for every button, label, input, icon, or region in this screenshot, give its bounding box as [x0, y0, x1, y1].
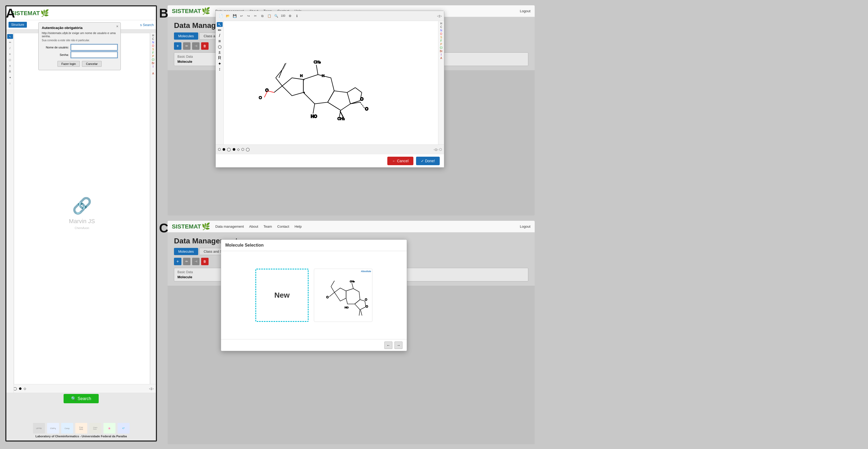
mv-paste-b[interactable]: 📋 [266, 13, 272, 19]
logo-leaf-a: 🌿 [40, 9, 49, 17]
nav-data-mgmt-c[interactable]: Data management [215, 224, 244, 228]
panel-b: SISTEMAT🌿 Data management About Team Con… [167, 5, 535, 216]
mv-draw-b[interactable]: ✏ [217, 28, 223, 32]
search-link-a[interactable]: s Search [140, 23, 154, 27]
elem-br-a[interactable]: Br [152, 62, 155, 65]
auth-close-button[interactable]: × [116, 24, 118, 28]
password-label: Senha: [42, 53, 71, 56]
elem-n-a[interactable]: N [152, 41, 154, 44]
eraser-tool-a[interactable]: ✦ [7, 75, 13, 80]
mv-line-b[interactable]: / [217, 33, 223, 38]
logout-c[interactable]: Logout [520, 224, 530, 228]
structure-button[interactable]: Structure [8, 22, 27, 28]
mv-zoom-num-b: 100 [280, 13, 286, 19]
logout-b[interactable]: Logout [520, 9, 530, 13]
mv-save-b[interactable]: 💾 [232, 13, 238, 19]
elem-i-b[interactable]: I [441, 53, 441, 56]
draw-tool-a[interactable]: ✏ [7, 40, 13, 45]
line-tool-a[interactable]: / [7, 46, 13, 51]
navbar-a: SISTEMAT🌿 [6, 6, 156, 20]
elem-o-b[interactable]: O [440, 32, 442, 35]
elem-p-b[interactable]: P [440, 43, 442, 46]
mol-existing-box[interactable]: Absolute O HO [314, 269, 372, 322]
elem-a-a[interactable]: A [152, 72, 154, 75]
elem-cl-b[interactable]: Cl [440, 46, 442, 49]
elem-h-b[interactable]: H [440, 22, 442, 25]
mv-undo-b[interactable]: ↩ [239, 13, 245, 19]
mv-zoom-b[interactable]: 🔍 [273, 13, 279, 19]
elem-h-a[interactable]: H [152, 34, 154, 37]
tab-molecules-c[interactable]: Molecules [174, 248, 198, 255]
mv-bond-b[interactable]: ≡ [217, 39, 223, 44]
mv-settings-b[interactable]: ⚙ [287, 13, 293, 19]
right-elements-a: H C N O S F P Cl Br I · A [150, 33, 156, 393]
elem-o-a[interactable]: O [152, 44, 154, 47]
search-button-a[interactable]: 🔍 Search [64, 394, 98, 403]
mv-copy-b[interactable]: ⧉ [259, 13, 265, 19]
save-button-c[interactable]: ⊣ [192, 258, 199, 265]
mv-ring-b[interactable]: ⬡ [217, 44, 223, 49]
bt-shape4-b: ⬡ [241, 147, 244, 151]
delete-button-b[interactable]: 🗑 [201, 42, 209, 50]
select-tool-a[interactable]: ↖ [7, 34, 13, 39]
password-input[interactable] [71, 52, 117, 58]
edit-button-b[interactable]: ✏ [183, 42, 190, 50]
molecule-drawing-b: O O O HO CH₃ CH₂ H H O [224, 21, 438, 145]
svg-marker-2 [328, 91, 350, 110]
mv-move-b[interactable]: ↕ [217, 67, 223, 71]
nav-next-btn[interactable]: → [395, 342, 402, 349]
ring-tool-a[interactable]: ⬡ [7, 58, 13, 62]
done-btn-b[interactable]: ✓ Done! [416, 157, 440, 165]
mv-redo-b[interactable]: ↪ [246, 13, 251, 19]
mv-open-b[interactable]: 📂 [225, 13, 230, 19]
nav-about-c[interactable]: About [249, 224, 258, 228]
cancel-button-a[interactable]: Cancelar [82, 61, 102, 67]
mv-select-b[interactable]: ↖ [217, 22, 223, 27]
svg-marker-33 [346, 288, 360, 304]
edit-button-c[interactable]: ✏ [183, 258, 190, 265]
add-button-c[interactable]: + [174, 258, 181, 265]
bond-tool-a[interactable]: ≡ [7, 52, 13, 56]
elem-c-b[interactable]: C [440, 26, 442, 28]
elem-f-b[interactable]: F [440, 39, 442, 42]
username-label: Nome de usuário: [42, 46, 71, 49]
mv-eraser-b[interactable]: ✦ [217, 61, 223, 66]
elem-s-b[interactable]: S [440, 36, 442, 39]
elem-i-a[interactable]: I [153, 65, 154, 68]
svg-text:CH₃: CH₃ [350, 280, 354, 283]
elem-cl-a[interactable]: Cl [152, 58, 154, 61]
charge-tool-a[interactable]: ± [7, 63, 13, 68]
elem-p-a[interactable]: P [152, 55, 154, 58]
nav-help-c[interactable]: Help [294, 224, 302, 228]
elem-c-a[interactable]: C [152, 37, 154, 40]
cancel-btn-b[interactable]: ← Cancel [387, 157, 413, 165]
elem-n-b[interactable]: N [440, 29, 442, 32]
svg-line-12 [313, 104, 315, 114]
mv-new-b[interactable]: 📄 [218, 13, 224, 19]
elem-f-a[interactable]: F [152, 51, 154, 54]
login-button[interactable]: Fazer login [58, 61, 80, 67]
add-button-b[interactable]: + [174, 42, 181, 50]
svg-text:CH₂: CH₂ [337, 117, 344, 121]
username-input[interactable] [71, 44, 117, 50]
corner-arrows-a: ◁▷ [149, 387, 154, 390]
elem-br-b[interactable]: Br [440, 50, 443, 53]
mv-map-b[interactable]: R [217, 56, 223, 60]
tab-molecules-b[interactable]: Molecules [174, 32, 198, 40]
delete-button-c[interactable]: 🗑 [201, 258, 209, 265]
nav-prev-btn[interactable]: ← [384, 342, 392, 349]
nav-contact-c[interactable]: Contact [277, 224, 289, 228]
mv-cut-b[interactable]: ✂ [252, 13, 258, 19]
elem-a-b[interactable]: A [440, 57, 442, 60]
mv-info-b[interactable]: ℹ [294, 13, 300, 19]
elem-s-a[interactable]: S [152, 48, 154, 51]
map-tool-a[interactable]: R [7, 69, 13, 74]
mol-new-box[interactable]: New [255, 269, 309, 322]
move-tool-a[interactable]: ↕ [7, 81, 13, 86]
save-button-b[interactable]: ⊣ [192, 42, 199, 50]
elem-dot-a: · [153, 69, 154, 71]
bottom-toolbar-a: ⬡ ◯ ⬟ ◇ ◁▷ [6, 384, 156, 393]
svg-line-42 [352, 283, 353, 289]
mv-charge-b[interactable]: ± [217, 50, 223, 55]
nav-team-c[interactable]: Team [264, 224, 272, 228]
